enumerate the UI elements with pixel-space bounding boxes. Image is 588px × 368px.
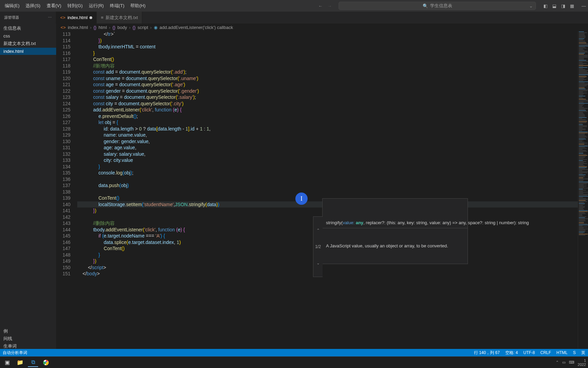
status-left[interactable]: 自动分析单词: [3, 350, 27, 356]
method-icon: ◉: [154, 25, 158, 30]
tray-chevron-icon[interactable]: ⌃: [556, 360, 559, 365]
menu-view[interactable]: 查看(V): [44, 1, 64, 10]
command-center-label: 学生信息表: [430, 3, 452, 9]
tree-file-index[interactable]: index.html: [0, 48, 56, 55]
line-gutter: 1131141151161171181191201211221231241251…: [56, 31, 77, 356]
status-language[interactable]: HTML: [556, 350, 568, 355]
signature-pager[interactable]: ⌃ 1/2 ⌄: [313, 216, 323, 277]
brace-icon: {}: [133, 25, 136, 30]
search-icon: 🔍: [423, 3, 428, 9]
sidebar: 生信息表 css 新建文本文档.txt index.html 例 间线 生单词: [0, 24, 56, 356]
brace-icon: {}: [94, 25, 97, 30]
html-file-icon: <>: [60, 15, 65, 20]
tab-label: 新建文本文档.txt: [105, 15, 138, 21]
text-cursor-icon: I: [295, 193, 308, 205]
minimap[interactable]: [578, 31, 588, 356]
signature-text: stringify(value: any, replacer?: (this: …: [323, 218, 468, 228]
chevron-down-icon: ⌄: [529, 3, 533, 9]
system-tray[interactable]: ⌃ ▭ ⌨ 1 2022: [556, 358, 586, 367]
chevron-right-icon: ›: [150, 25, 151, 30]
modified-dot-icon: [89, 16, 92, 19]
code-editor[interactable]: 1131141151161171181191201211221231241251…: [56, 31, 588, 356]
timeline-section[interactable]: 间线: [0, 335, 16, 343]
html-file-icon: <>: [61, 25, 66, 30]
pager-count: 1/2: [313, 244, 323, 249]
breadcrumb-item[interactable]: index.html: [68, 25, 88, 30]
panel-right-icon[interactable]: ◨: [561, 3, 565, 9]
tab-label: index.html: [67, 15, 87, 20]
chevron-down-icon[interactable]: ⌄: [313, 260, 323, 266]
tray-keyboard-icon[interactable]: ⌨: [569, 360, 574, 365]
menu-terminal[interactable]: 终端(T): [107, 1, 127, 10]
signature-doc: A JavaScript value, usually an object or…: [323, 241, 468, 251]
menu-edit[interactable]: 编辑(E): [2, 1, 22, 10]
status-eol[interactable]: CRLF: [540, 350, 551, 355]
vscode-icon[interactable]: ⧉: [28, 358, 38, 367]
tray-battery-icon[interactable]: ▭: [562, 360, 566, 365]
status-indent[interactable]: 空格: 4: [505, 350, 518, 356]
tabs-row: 源管理器 ⋯ <> index.html ≡ 新建文本文档.txt: [0, 12, 588, 24]
chevron-up-icon[interactable]: ⌃: [313, 228, 323, 233]
breadcrumb-item[interactable]: script: [137, 25, 148, 30]
status-encoding[interactable]: UTF-8: [523, 350, 535, 355]
signature-help-popup: ⌃ 1/2 ⌄ stringify(value: any, replacer?:…: [322, 198, 468, 264]
chevron-right-icon: ›: [90, 25, 91, 30]
breadcrumb-item[interactable]: add.addEventListener('click') callback: [160, 25, 233, 30]
breadcrumb-item[interactable]: html: [98, 25, 107, 30]
menu-help[interactable]: 帮助(H): [128, 1, 148, 10]
start-icon[interactable]: ▣: [2, 358, 12, 367]
tab-index-html[interactable]: <> index.html: [56, 12, 97, 24]
code-area[interactable]: </tr>` }) tbody.innerHTML = content } Co…: [77, 31, 588, 356]
sidebar-header: 源管理器 ⋯: [0, 12, 56, 24]
chrome-icon[interactable]: [41, 358, 51, 367]
panel-bottom-icon[interactable]: ⬓: [552, 3, 556, 9]
tab-text-file[interactable]: ≡ 新建文本文档.txt: [97, 12, 142, 24]
layout-grid-icon[interactable]: ▦: [570, 3, 574, 9]
tree-file-txt[interactable]: 新建文本文档.txt: [0, 40, 56, 48]
nav-back-icon[interactable]: ←: [318, 3, 323, 9]
windows-taskbar: ▣ 📁 ⧉ ⌃ ▭ ⌨ 1 2022: [0, 356, 588, 368]
tree-folder-css[interactable]: css: [0, 32, 56, 40]
breadcrumb-item[interactable]: body: [117, 25, 127, 30]
ime-badge[interactable]: S: [573, 350, 576, 355]
menu-run[interactable]: 运行(R): [86, 1, 107, 10]
brace-icon: {}: [112, 25, 115, 30]
menu-select[interactable]: 选择(S): [23, 1, 43, 10]
menu-bar: 编辑(E) 选择(S) 查看(V) 转到(G) 运行(R) 终端(T) 帮助(H…: [0, 0, 588, 12]
tree-folder[interactable]: 生信息表: [0, 24, 56, 32]
command-center[interactable]: 🔍 学生信息表 ⌄: [339, 2, 536, 10]
sidebar-title: 源管理器: [4, 15, 19, 20]
chevron-right-icon: ›: [109, 25, 110, 30]
more-icon[interactable]: ⋯: [48, 15, 52, 20]
panel-left-icon[interactable]: ◧: [543, 3, 548, 9]
outline-section[interactable]: 例: [0, 327, 11, 335]
menu-goto[interactable]: 转到(G): [65, 1, 85, 10]
status-cursor-pos[interactable]: 行 140，列 67: [474, 350, 500, 356]
tray-clock[interactable]: 1 2022: [578, 358, 586, 367]
window-minimize-icon[interactable]: —: [582, 3, 586, 9]
ime-lang[interactable]: 英: [581, 350, 585, 356]
breadcrumb[interactable]: <> index.html › {} html › {} body › {} s…: [61, 24, 233, 31]
chevron-right-icon: ›: [129, 25, 130, 30]
status-bar: 自动分析单词 行 140，列 67 空格: 4 UTF-8 CRLF HTML …: [0, 349, 588, 356]
nav-forward-icon[interactable]: →: [327, 3, 332, 9]
file-explorer-icon[interactable]: 📁: [15, 358, 25, 367]
text-file-icon: ≡: [101, 15, 103, 20]
